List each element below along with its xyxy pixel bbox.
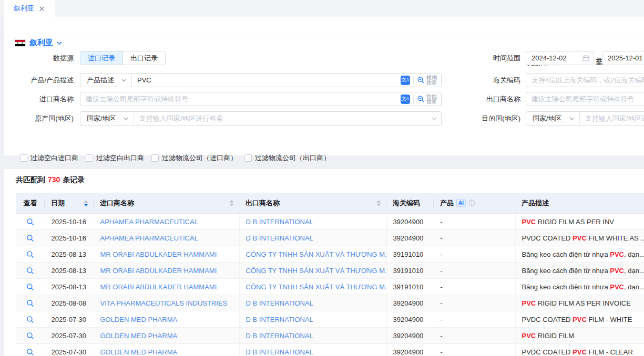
- importer-link[interactable]: MR ORABI ABDULKADER HAMMAMI: [100, 283, 217, 291]
- toggle-export-records[interactable]: 出口记录: [122, 51, 165, 65]
- hs-code-cell: 39204900: [386, 214, 434, 230]
- tab-syria[interactable]: 叙利亚 ✕: [4, 0, 55, 17]
- view-magnifier-icon: [26, 234, 34, 242]
- view-record-button[interactable]: [26, 234, 34, 242]
- sort-date-button[interactable]: [84, 200, 88, 206]
- importer-link[interactable]: MR ORABI ABDULKADER HAMMAMI: [100, 267, 217, 275]
- exporter-link[interactable]: D B INTERNATIONAL: [246, 299, 313, 307]
- description-text: PVDC COATED: [522, 234, 573, 242]
- view-record-button[interactable]: [26, 218, 34, 226]
- importer-link[interactable]: APHAMEA PHARMACEUTICAL: [100, 218, 198, 226]
- product-cell: -: [434, 246, 515, 263]
- chevron-down-icon: [57, 41, 62, 45]
- importer-search-input[interactable]: [80, 95, 401, 103]
- view-record-button[interactable]: [26, 348, 34, 356]
- origin-country-select[interactable]: 国家/地区: [80, 112, 134, 125]
- product-field-select-value: 产品描述: [87, 76, 114, 85]
- filter-panel: ★ ★ 叙利亚 更新范围: 2012-01-01 至 2025-12-01 数据…: [4, 17, 644, 155]
- importer-link[interactable]: GOLDEN MED PHARMA: [100, 316, 178, 323]
- info-icon[interactable]: [468, 200, 475, 206]
- product-field-select[interactable]: 产品描述: [80, 74, 132, 87]
- description-text: RIGID FILM: [536, 332, 574, 340]
- translate-icon[interactable]: 文A: [401, 95, 410, 104]
- checkbox[interactable]: [20, 154, 27, 162]
- view-record-button[interactable]: [26, 316, 34, 323]
- sort-importer-button[interactable]: [229, 200, 234, 206]
- importer-link[interactable]: MR ORABI ABDULKADER HAMMAMI: [100, 250, 217, 258]
- exporter-input[interactable]: [526, 92, 644, 106]
- importer-link[interactable]: APHAMEA PHARMACEUTICAL: [100, 234, 198, 242]
- product-cell: -: [434, 344, 515, 356]
- toggle-import-records[interactable]: 进口记录: [80, 51, 122, 65]
- exporter-link[interactable]: CÔNG TY TNHH SẢN XUẤT VÀ THƯƠNG M...: [246, 283, 387, 291]
- col-importer: 进口商名称: [94, 193, 239, 214]
- filter-checkbox-item[interactable]: 过滤物流公司（出口商）: [244, 153, 330, 163]
- hs-code-cell: 39204900: [386, 328, 434, 344]
- exporter-link[interactable]: CÔNG TY TNHH SẢN XUẤT VÀ THƯƠNG M...: [246, 250, 387, 258]
- date-cell: 2025-08-13: [45, 263, 94, 279]
- hs-code-input[interactable]: [526, 73, 644, 87]
- highlight-keyword: PVC: [522, 218, 536, 226]
- highlight-keyword: PVC: [573, 316, 587, 323]
- hs-code-field[interactable]: [526, 76, 644, 84]
- exporter-link[interactable]: D B INTERNATIONAL: [246, 218, 313, 226]
- tab-close-icon[interactable]: ✕: [38, 5, 45, 13]
- filter-checkbox-item[interactable]: 过滤空白进口商: [20, 153, 78, 163]
- records-table: 查看 日期 进口商名称: [16, 193, 644, 356]
- view-record-button[interactable]: [26, 267, 34, 275]
- exporter-link[interactable]: D B INTERNATIONAL: [246, 234, 313, 242]
- chevron-down-icon: [569, 117, 574, 120]
- description-cell: PVC RIGID FILM AS PER INV: [515, 214, 644, 230]
- exporter-link[interactable]: D B INTERNATIONAL: [246, 332, 313, 340]
- search-icon: [417, 95, 425, 103]
- exporter-field[interactable]: [526, 95, 644, 103]
- date-from-input[interactable]: [526, 51, 594, 65]
- exporter-cell: CÔNG TY TNHH SẢN XUẤT VÀ THƯƠNG M...: [239, 246, 386, 263]
- view-cell: [16, 230, 45, 246]
- destination-search-input[interactable]: [580, 114, 644, 122]
- fuzzy-search-button[interactable]: 模糊搜索: [417, 75, 437, 86]
- filter-checkbox-item[interactable]: 过滤空白出口商: [86, 153, 144, 163]
- calendar-icon[interactable]: [582, 55, 589, 61]
- checkbox[interactable]: [86, 154, 93, 162]
- importer-link[interactable]: GOLDEN MED PHARMA: [100, 348, 178, 356]
- importer-cell: GOLDEN MED PHARMA: [94, 328, 239, 344]
- destination-country-select[interactable]: 国家/地区: [526, 112, 580, 125]
- date-range-dash: –: [597, 51, 601, 65]
- smart-search-button[interactable]: 智能搜索: [417, 94, 437, 104]
- checkbox[interactable]: [244, 154, 252, 162]
- exporter-link[interactable]: D B INTERNATIONAL: [246, 348, 313, 356]
- origin-search-input[interactable]: [134, 114, 432, 122]
- sort-exporter-button[interactable]: [376, 200, 381, 206]
- checkbox[interactable]: [151, 154, 159, 162]
- caret-up-icon: [84, 200, 88, 203]
- exporter-link[interactable]: CÔNG TY TNHH SẢN XUẤT VÀ THƯƠNG M...: [246, 267, 387, 275]
- col-product: 产品AI: [434, 193, 515, 214]
- view-cell: [16, 263, 45, 279]
- date-cell: 2025-07-30: [45, 328, 94, 344]
- date-to-value[interactable]: [602, 54, 644, 62]
- importer-input-suffix: 文A 智能搜索: [401, 94, 441, 104]
- importer-cell: APHAMEA PHARMACEUTICAL: [94, 230, 239, 246]
- filter-checkbox-row: 过滤空白进口商过滤空白出口商过滤物流公司（进口商）过滤物流公司（出口商）: [20, 153, 330, 163]
- importer-label: 进口商名称: [16, 92, 74, 106]
- date-to-input[interactable]: [602, 51, 644, 65]
- product-search-input[interactable]: [132, 76, 401, 84]
- exporter-link[interactable]: D B INTERNATIONAL: [246, 316, 313, 323]
- view-record-button[interactable]: [26, 332, 34, 340]
- translate-icon[interactable]: 文A: [401, 76, 410, 85]
- importer-link[interactable]: VITA PHARMACEUTICALS INDUSTRIES: [100, 299, 228, 307]
- exporter-cell: D B INTERNATIONAL: [239, 344, 386, 356]
- date-from-value[interactable]: [526, 54, 582, 62]
- ai-badge: AI: [456, 199, 466, 207]
- product-cell: -: [434, 230, 515, 246]
- filter-checkbox-item[interactable]: 过滤物流公司（进口商）: [151, 153, 237, 163]
- importer-link[interactable]: GOLDEN MED PHARMA: [100, 332, 178, 340]
- caret-up-icon: [229, 200, 234, 203]
- view-record-button[interactable]: [26, 299, 34, 307]
- hs-code-cell: 39191010: [386, 263, 434, 279]
- view-record-button[interactable]: [26, 283, 34, 291]
- view-record-button[interactable]: [26, 250, 34, 258]
- country-selector[interactable]: ★ ★ 叙利亚: [15, 38, 62, 48]
- hs-code-cell: 39191010: [386, 246, 434, 263]
